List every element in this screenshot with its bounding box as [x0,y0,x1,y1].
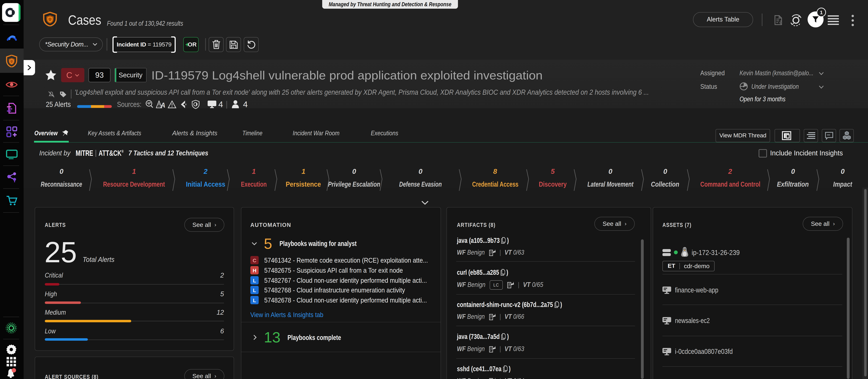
svg-text:A: A [160,101,165,109]
